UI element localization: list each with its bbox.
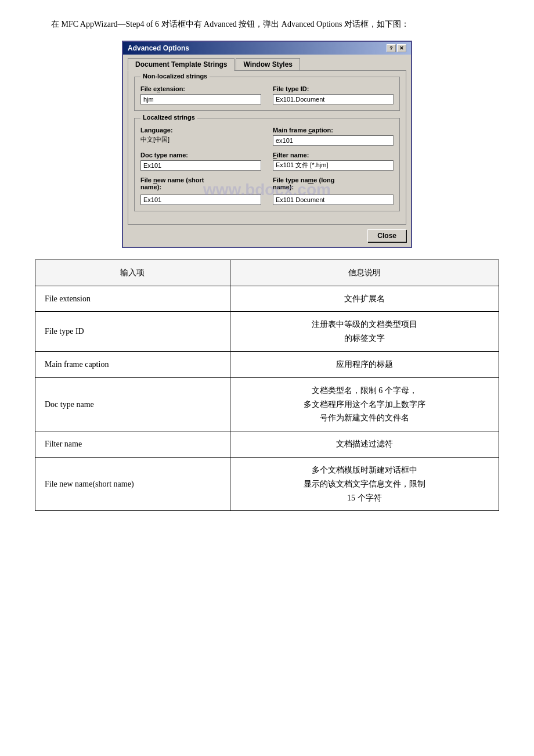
file-new-short-label: File new name (shortname): (140, 177, 261, 190)
table-cell-desc-5: 多个文档模版时新建对话框中显示的该文档文字信息文件，限制15 个字符 (230, 457, 499, 510)
doc-type-label: Doc type name: (140, 152, 261, 159)
file-new-underline-n: n (153, 177, 157, 183)
file-new-short-field: File new name (shortname): (140, 177, 261, 205)
table-cell-desc-1: 注册表中等级的文档类型项目的标签文字 (230, 312, 499, 352)
file-new-short-input[interactable] (140, 195, 261, 205)
help-button[interactable]: ? (387, 44, 396, 52)
doc-type-field: Doc type name: (140, 152, 261, 171)
main-frame-underline-c: c (308, 127, 312, 134)
main-frame-label: Main frame caption: (273, 127, 394, 134)
localized-row2: Doc type name: Filter name: (140, 152, 394, 171)
info-table: 输入项 信息说明 File extension 文件扩展名 File type … (35, 260, 499, 512)
table-row: File type ID 注册表中等级的文档类型项目的标签文字 (35, 312, 499, 352)
doc-type-input[interactable] (140, 160, 261, 171)
tab-window-styles[interactable]: Window Styles (236, 58, 300, 70)
file-extension-field: File extension: (140, 85, 261, 105)
localized-row1: Language: 中文[中国] Main frame caption: (140, 127, 394, 146)
file-type-id-label: File type ID: (273, 85, 394, 92)
table-row: Main frame caption 应用程序的标题 (35, 351, 499, 377)
table-cell-input-2: Main frame caption (35, 351, 230, 377)
file-extension-underline-x: x (157, 85, 160, 92)
non-localized-group: Non-localized strings File extension: Fi… (134, 77, 400, 111)
filter-name-input[interactable] (273, 160, 394, 171)
close-button[interactable]: Close (367, 229, 406, 242)
table-row: File new name(short name) 多个文档模版时新建对话框中显… (35, 457, 499, 510)
dialog-tabs: Document Template Strings Window Styles (123, 55, 411, 70)
dialog-container: Advanced Options ? ✕ Document Template S… (35, 41, 499, 248)
file-type-long-input[interactable] (273, 195, 394, 205)
file-type-id-field: File type ID: (273, 85, 394, 105)
file-type-long-field: File type name (longname): (273, 177, 394, 205)
non-localized-title: Non-localized strings (140, 73, 210, 80)
table-cell-input-3: Doc type name (35, 377, 230, 431)
table-cell-input-0: File extension (35, 286, 230, 312)
table-cell-desc-0: 文件扩展名 (230, 286, 499, 312)
non-localized-fields: File extension: File type ID: (140, 85, 394, 105)
dialog-title: Advanced Options (128, 44, 189, 52)
table-cell-input-4: Filter name (35, 431, 230, 458)
dialog-tab-content: Non-localized strings File extension: Fi… (128, 70, 406, 225)
file-type-id-input[interactable] (273, 94, 394, 105)
table-row: Filter name 文档描述过滤符 (35, 431, 499, 458)
localized-group: Localized strings Language: 中文[中国] Main … (134, 118, 400, 211)
localized-row3: File new name (shortname): File type nam… (140, 177, 394, 205)
language-value: 中文[中国] (140, 135, 261, 144)
file-type-long-underline-m: m (308, 177, 314, 183)
intro-text: 在 MFC AppWizard—Step4 of 6 对话框中有 Advance… (35, 17, 499, 31)
table-cell-input-5: File new name(short name) (35, 457, 230, 510)
titlebar-buttons: ? ✕ (387, 44, 406, 52)
file-extension-label: File extension: (140, 85, 261, 92)
language-label: Language: (140, 127, 261, 134)
file-extension-input[interactable] (140, 94, 261, 105)
filter-underline-f: F (273, 152, 277, 159)
tab-document-template[interactable]: Document Template Strings (128, 58, 234, 71)
table-cell-input-1: File type ID (35, 312, 230, 352)
table-row: Doc type name 文档类型名，限制 6 个字母，多文档程序用这个名字加… (35, 377, 499, 431)
table-row: File extension 文件扩展名 (35, 286, 499, 312)
main-frame-field: Main frame caption: (273, 127, 394, 146)
table-cell-desc-3: 文档类型名，限制 6 个字母，多文档程序用这个名字加上数字序号作为新建文件的文件… (230, 377, 499, 431)
table-cell-desc-4: 文档描述过滤符 (230, 431, 499, 458)
table-header-description: 信息说明 (230, 260, 499, 286)
localized-title: Localized strings (140, 114, 197, 121)
dialog-titlebar: Advanced Options ? ✕ (123, 42, 411, 55)
advanced-options-dialog: Advanced Options ? ✕ Document Template S… (122, 41, 412, 248)
filter-name-field: Filter name: (273, 152, 394, 171)
filter-name-label: Filter name: (273, 152, 394, 159)
main-frame-input[interactable] (273, 135, 394, 146)
file-type-long-label: File type name (longname): (273, 177, 394, 190)
language-field: Language: 中文[中国] (140, 127, 261, 146)
dialog-footer: Close (123, 225, 411, 247)
table-header-input: 输入项 (35, 260, 230, 286)
table-cell-desc-2: 应用程序的标题 (230, 351, 499, 377)
close-button-titlebar[interactable]: ✕ (397, 44, 406, 52)
